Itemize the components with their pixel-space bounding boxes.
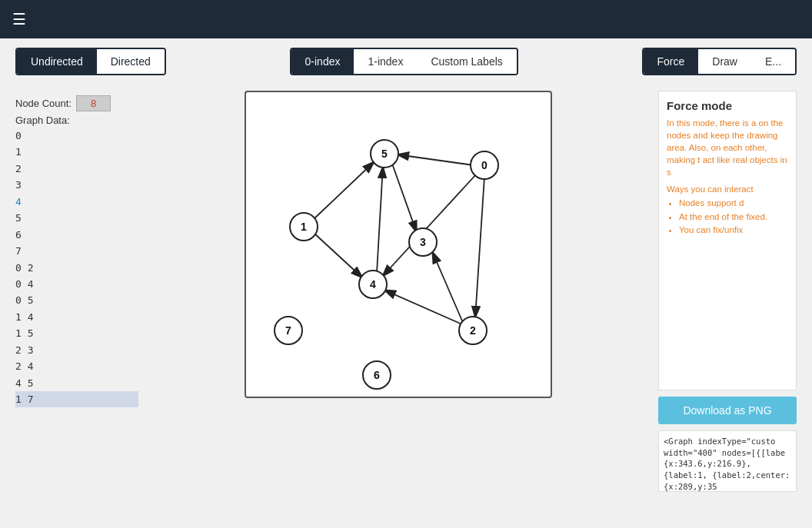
graph-line: 4 bbox=[15, 194, 138, 210]
graph-line: 6 bbox=[15, 227, 138, 243]
draw-button[interactable]: Draw bbox=[698, 49, 751, 74]
graph-area-wrapper: 0 1 2 3 4 5 6 bbox=[148, 91, 649, 525]
mode-group: Force Draw E... bbox=[642, 48, 797, 75]
xml-box: <Graph indexType="custo width="400" node… bbox=[658, 430, 797, 492]
zero-index-button[interactable]: 0-index bbox=[291, 49, 354, 74]
download-png-button[interactable]: Download as PNG bbox=[658, 397, 797, 424]
svg-line-8 bbox=[377, 166, 383, 273]
graph-line: 2 4 bbox=[15, 358, 138, 374]
ways-list-item: You can fix/unfix bbox=[679, 224, 788, 237]
svg-line-3 bbox=[475, 177, 484, 318]
ways-list-item: At the end of the fixed. bbox=[679, 211, 788, 224]
svg-line-9 bbox=[392, 164, 417, 233]
svg-line-2 bbox=[382, 174, 477, 277]
left-panel: Node Count: Graph Data: 012345670 20 40 … bbox=[15, 91, 138, 525]
force-ways-title: Ways you can interact bbox=[667, 184, 788, 194]
right-panel: Force mode In this mode, there is a on t… bbox=[658, 91, 797, 525]
graph-line: 1 7 bbox=[15, 391, 138, 407]
undirected-button[interactable]: Undirected bbox=[17, 49, 97, 74]
graph-line: 0 bbox=[15, 128, 138, 144]
edit-button[interactable]: E... bbox=[751, 49, 795, 74]
force-mode-title: Force mode bbox=[667, 99, 788, 112]
graph-line: 4 5 bbox=[15, 375, 138, 391]
force-mode-box: Force mode In this mode, there is a on t… bbox=[658, 91, 797, 390]
toolbar: Undirected Directed 0-index 1-index Cust… bbox=[0, 38, 812, 85]
graph-line: 0 4 bbox=[15, 276, 138, 292]
graph-line: 2 3 bbox=[15, 342, 138, 358]
svg-text:5: 5 bbox=[381, 148, 388, 160]
svg-text:6: 6 bbox=[374, 369, 380, 381]
hamburger-icon[interactable]: ☰ bbox=[12, 10, 26, 28]
topbar: ☰ bbox=[0, 0, 812, 38]
graph-data-label: Graph Data: bbox=[15, 115, 138, 126]
node-count-input[interactable] bbox=[76, 95, 111, 111]
svg-text:7: 7 bbox=[285, 324, 291, 337]
node-count-label: Node Count: bbox=[15, 98, 72, 109]
svg-text:2: 2 bbox=[470, 324, 476, 337]
one-index-button[interactable]: 1-index bbox=[354, 49, 417, 74]
main-content: Node Count: Graph Data: 012345670 20 40 … bbox=[0, 85, 812, 528]
force-ways-list: Nodes support dAt the end of the fixed.Y… bbox=[667, 197, 788, 237]
svg-text:4: 4 bbox=[370, 278, 376, 291]
direction-group: Undirected Directed bbox=[15, 48, 166, 75]
graph-line: 0 2 bbox=[15, 260, 138, 276]
svg-line-5 bbox=[313, 161, 374, 220]
graph-line: 3 bbox=[15, 177, 138, 193]
svg-line-1 bbox=[397, 154, 474, 165]
graph-line: 5 bbox=[15, 210, 138, 226]
svg-text:0: 0 bbox=[481, 159, 488, 171]
force-button[interactable]: Force bbox=[644, 49, 699, 74]
svg-line-4 bbox=[314, 233, 363, 278]
svg-text:1: 1 bbox=[301, 221, 307, 233]
graph-line: 1 5 bbox=[15, 325, 138, 341]
directed-button[interactable]: Directed bbox=[97, 49, 165, 74]
graph-line: 1 bbox=[15, 144, 138, 160]
graph-line: 2 bbox=[15, 161, 138, 177]
graph-svg: 0 1 2 3 4 5 6 bbox=[246, 92, 552, 398]
graph-canvas[interactable]: 0 1 2 3 4 5 6 bbox=[245, 91, 552, 398]
graph-line: 1 4 bbox=[15, 309, 138, 325]
node-count-row: Node Count: bbox=[15, 95, 138, 111]
graph-data-lines: 012345670 20 40 51 41 52 32 44 51 7 bbox=[15, 128, 138, 407]
index-group: 0-index 1-index Custom Labels bbox=[290, 48, 518, 75]
custom-labels-button[interactable]: Custom Labels bbox=[417, 49, 516, 74]
ways-list-item: Nodes support d bbox=[679, 197, 788, 210]
graph-line: 7 bbox=[15, 243, 138, 259]
graph-line: 0 5 bbox=[15, 292, 138, 308]
force-mode-desc: In this mode, there is a on the nodes an… bbox=[667, 117, 788, 178]
svg-text:3: 3 bbox=[420, 236, 426, 248]
